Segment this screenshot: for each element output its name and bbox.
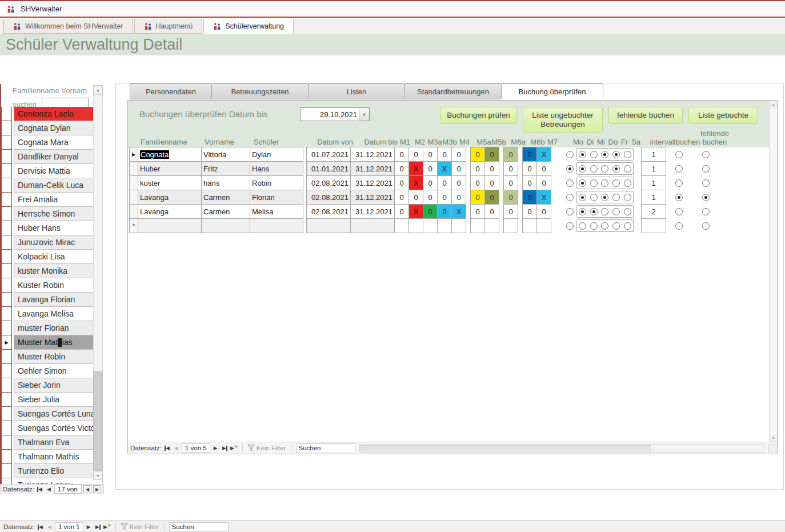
new-record-icon[interactable]: ▶*: [230, 445, 238, 452]
mo-radio[interactable]: [566, 165, 574, 173]
cell-m3a[interactable]: 0: [423, 175, 438, 190]
column-header-intervall[interactable]: intervall: [650, 138, 675, 146]
first-record-icon[interactable]: ◀: [36, 486, 43, 493]
cell-schueler[interactable]: Melisa: [250, 204, 303, 219]
cell-datum-von[interactable]: 02.08.2021: [306, 190, 351, 205]
cell-familienname[interactable]: Lavanga: [138, 204, 202, 219]
cell-datum-bis[interactable]: 31.12.2021: [350, 161, 395, 176]
cell-m3b[interactable]: 0: [437, 147, 452, 162]
cell-intervall[interactable]: 1: [641, 147, 666, 162]
cell-vorname[interactable]: Carmen: [201, 204, 250, 219]
tab-listen[interactable]: Listen: [308, 83, 405, 99]
record-selector[interactable]: [1, 306, 12, 321]
sidebar-item-cognata-mara[interactable]: Cognata Mara: [14, 135, 103, 150]
record-selector[interactable]: [1, 478, 12, 484]
cell-m5b[interactable]: [484, 218, 499, 233]
record-selector[interactable]: [1, 349, 12, 364]
mi-radio[interactable]: [590, 179, 598, 187]
fehlende-buchen-radio[interactable]: [702, 208, 710, 215]
fr-radio[interactable]: [612, 165, 620, 173]
cell-m3b[interactable]: [437, 218, 452, 233]
mo-radio[interactable]: [566, 208, 574, 215]
cell-m2[interactable]: X: [408, 161, 423, 176]
sidebar-item-frei-amalia[interactable]: Frei Amalia: [14, 192, 103, 207]
cell-m4[interactable]: X: [451, 204, 466, 219]
buchen-radio[interactable]: [675, 194, 683, 201]
cell-schueler[interactable]: Florian: [250, 190, 303, 205]
cell-m6b[interactable]: 0: [522, 204, 537, 219]
cell-m1[interactable]: 0: [394, 204, 409, 219]
doc-tab-sch-lerverwaltung[interactable]: Schülerverwaltung: [203, 19, 294, 34]
cell-datum-von[interactable]: 01.01.2021: [306, 161, 351, 176]
cell-m5a[interactable]: 0: [470, 190, 485, 205]
record-selector[interactable]: [129, 190, 138, 205]
record-position[interactable]: 1 von 1: [55, 522, 83, 531]
cell-m5b[interactable]: 0: [484, 190, 499, 205]
record-selector[interactable]: [1, 435, 12, 450]
record-selector[interactable]: [1, 378, 12, 393]
sidebar-item-sieber-jorin[interactable]: Sieber Jorin: [14, 378, 103, 393]
sidebar-item-dervisic-mattia[interactable]: Dervisic Mattia: [14, 163, 103, 178]
column-header-m3b[interactable]: M3b: [442, 138, 457, 146]
buchen-radio[interactable]: [675, 179, 683, 187]
column-header-datum-bis[interactable]: Datum bis: [353, 138, 398, 146]
mo-radio[interactable]: [566, 179, 574, 187]
record-selector[interactable]: [129, 161, 138, 176]
record-selector[interactable]: [1, 463, 12, 478]
doc-tab-willkommen-beim-shverwalter[interactable]: Willkommen beim SHVerwalter: [3, 19, 133, 34]
sa-radio[interactable]: [624, 151, 631, 158]
sidebar-item-thalmann-eva[interactable]: Thalmann Eva: [14, 435, 103, 450]
fr-radio[interactable]: [612, 208, 620, 215]
next-record-icon[interactable]: ▶: [85, 523, 93, 531]
buchen-radio[interactable]: [675, 222, 683, 230]
sidebar-item-kolpacki-lisa[interactable]: Kolpacki Lisa: [14, 249, 103, 264]
fr-radio[interactable]: [612, 179, 620, 187]
di-radio[interactable]: [579, 179, 586, 187]
cell-intervall[interactable]: 1: [641, 161, 666, 176]
cell-schueler[interactable]: Robin: [250, 175, 303, 190]
filter-status[interactable]: Kein Filter: [257, 445, 286, 451]
cell-m5b[interactable]: 0: [484, 147, 499, 162]
cell-m4[interactable]: [451, 218, 466, 233]
cell-m1[interactable]: [394, 218, 409, 233]
previous-record-icon[interactable]: ◀: [46, 523, 53, 531]
record-selector[interactable]: [1, 135, 12, 150]
doc-tab-hauptmen[interactable]: Hauptmenü: [134, 19, 203, 34]
record-selector[interactable]: [1, 192, 12, 207]
record-selector[interactable]: [1, 206, 12, 221]
cell-m5b[interactable]: 0: [484, 161, 499, 176]
sa-radio[interactable]: [624, 194, 631, 201]
do-radio[interactable]: [601, 165, 608, 173]
scroll-down-icon[interactable]: ▼: [93, 471, 103, 480]
sidebar-item-turienzo-lenny[interactable]: Turienzo Lenny: [14, 478, 103, 484]
sa-radio[interactable]: [624, 208, 631, 215]
mo-radio[interactable]: [566, 151, 574, 158]
column-header-m7[interactable]: M7: [545, 138, 560, 146]
cell-m3a[interactable]: 0: [423, 204, 438, 219]
cell-datum-bis[interactable]: 31.12.2021: [350, 190, 395, 205]
cell-datum-von[interactable]: 02.08.2021: [306, 175, 351, 190]
cell-m6a[interactable]: 0: [503, 204, 518, 219]
cell-intervall[interactable]: 1: [641, 175, 666, 190]
cell-m2[interactable]: X: [408, 204, 423, 219]
record-selector[interactable]: ▶: [129, 147, 138, 162]
first-record-icon[interactable]: ◀: [163, 445, 171, 452]
record-position[interactable]: 1 von 5: [182, 443, 210, 453]
cell-datum-bis[interactable]: [350, 218, 395, 233]
cell-datum-bis[interactable]: 31.12.2021: [350, 175, 395, 190]
cell-m5a[interactable]: 0: [470, 204, 485, 219]
mi-radio[interactable]: [590, 208, 598, 215]
record-selector[interactable]: [1, 406, 12, 421]
cell-m3a[interactable]: 0: [423, 147, 438, 162]
cell-m5a[interactable]: 0: [470, 147, 485, 162]
do-radio[interactable]: [601, 208, 608, 215]
sidebar-column-header[interactable]: Familienname Vornam: [13, 86, 93, 95]
cell-familienname[interactable]: kuster: [138, 175, 202, 190]
column-header-m5b[interactable]: M5b: [491, 138, 506, 146]
cell-m4[interactable]: 0: [451, 147, 466, 162]
cell-m6b[interactable]: 0: [522, 190, 537, 205]
record-selector[interactable]: [1, 292, 12, 307]
cell-m3b[interactable]: X: [437, 161, 452, 176]
cell-vorname[interactable]: hans: [201, 175, 250, 190]
scroll-down-icon[interactable]: ▼: [770, 434, 777, 442]
